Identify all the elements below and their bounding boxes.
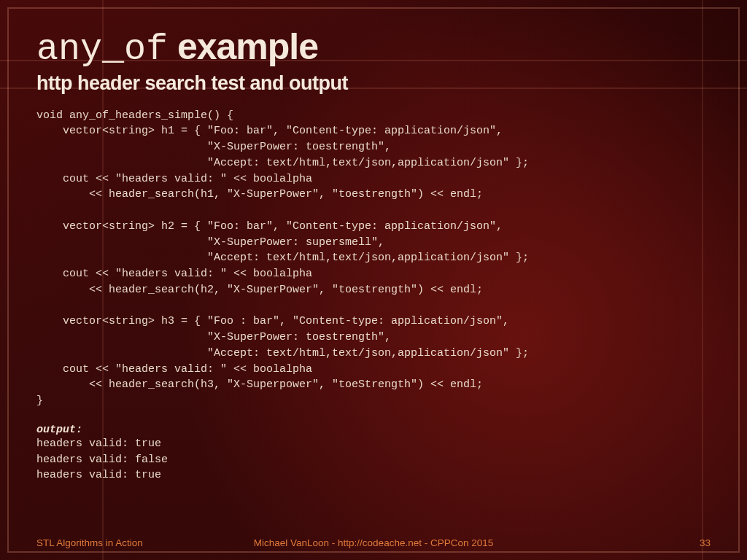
code-block: void any_of_headers_simple() { vector<st… — [36, 108, 711, 409]
slide-footer: Michael VanLoon - http://codeache.net - … — [0, 537, 747, 548]
title-rest: example — [168, 26, 318, 67]
slide-subtitle: http header search test and output — [36, 72, 711, 95]
slide-number: 33 — [700, 537, 711, 548]
footer-title: STL Algorithms in Action — [36, 537, 143, 548]
title-code-term: any_of — [36, 28, 168, 70]
output-block: headers valid: true headers valid: false… — [36, 436, 711, 483]
slide-content: any_of example http header search test a… — [0, 0, 747, 560]
slide-title: any_of example — [36, 28, 711, 69]
output-label: output: — [36, 424, 711, 436]
